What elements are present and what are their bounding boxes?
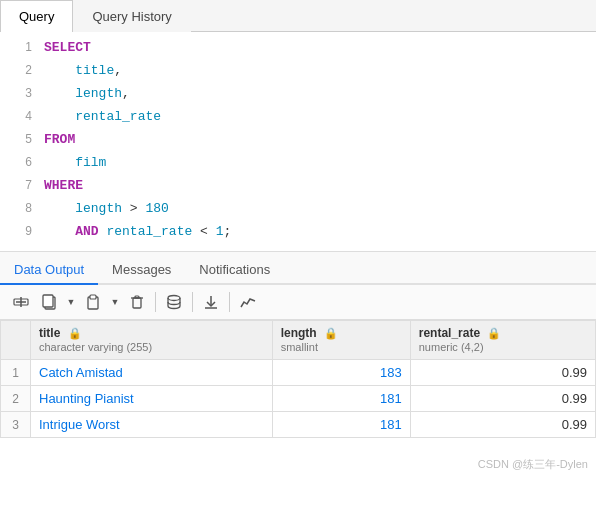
code-text: length > 180 (44, 198, 169, 220)
tab-query-history[interactable]: Query History (73, 0, 190, 32)
toolbar-separator-2 (192, 292, 193, 312)
code-line: 6 film (0, 151, 596, 174)
code-line: 5FROM (0, 128, 596, 151)
code-text: WHERE (44, 175, 83, 197)
identifier: length (75, 201, 122, 216)
table-row: 1Catch Amistad1830.99 (1, 360, 596, 386)
table-row: 2Haunting Pianist1810.99 (1, 386, 596, 412)
keyword: FROM (44, 132, 75, 147)
col-header-length: length 🔒 smallint (272, 321, 410, 360)
delete-button[interactable] (124, 289, 150, 315)
plain-text (44, 201, 75, 216)
plain-text: , (122, 86, 130, 101)
toolbar-separator-3 (229, 292, 230, 312)
identifier: rental_rate (75, 109, 161, 124)
plain-text: ; (223, 224, 231, 239)
plain-text: < (192, 224, 215, 239)
copy-button[interactable] (36, 289, 62, 315)
cell-length: 181 (272, 386, 410, 412)
data-table-wrapper: title 🔒 character varying (255) length 🔒… (0, 320, 596, 480)
code-text: length, (44, 83, 130, 105)
keyword: WHERE (44, 178, 83, 193)
line-number: 4 (8, 105, 32, 127)
plain-text (44, 63, 75, 78)
paste-button[interactable] (80, 289, 106, 315)
line-number: 2 (8, 59, 32, 81)
code-text: film (44, 152, 106, 174)
code-line: 8 length > 180 (0, 197, 596, 220)
identifier: film (75, 155, 106, 170)
lock-icon-title: 🔒 (68, 327, 82, 339)
code-editor[interactable]: 1SELECT2 title,3 length,4 rental_rate5FR… (0, 32, 596, 252)
top-tabs-container: Query Query History (0, 0, 596, 32)
line-number: 7 (8, 174, 32, 196)
row-number: 3 (1, 412, 31, 438)
db-button[interactable] (161, 289, 187, 315)
copy-dropdown[interactable]: ▼ (64, 289, 78, 315)
cell-title[interactable]: Catch Amistad (31, 360, 273, 386)
keyword: AND (75, 224, 98, 239)
tab-query[interactable]: Query (0, 0, 73, 32)
svg-point-10 (168, 296, 180, 301)
plain-text (44, 86, 75, 101)
svg-rect-6 (90, 295, 96, 299)
keyword: SELECT (44, 40, 91, 55)
code-line: 1SELECT (0, 36, 596, 59)
line-number: 3 (8, 82, 32, 104)
code-line: 9 AND rental_rate < 1; (0, 220, 596, 243)
code-line: 2 title, (0, 59, 596, 82)
row-number: 1 (1, 360, 31, 386)
tab-messages[interactable]: Messages (98, 256, 185, 285)
line-number: 8 (8, 197, 32, 219)
tab-notifications[interactable]: Notifications (185, 256, 284, 285)
code-text: FROM (44, 129, 75, 151)
code-line: 4 rental_rate (0, 105, 596, 128)
plain-text: , (114, 63, 122, 78)
svg-rect-9 (135, 296, 139, 298)
data-toolbar: ▼ ▼ (0, 285, 596, 320)
data-table: title 🔒 character varying (255) length 🔒… (0, 320, 596, 438)
line-number: 5 (8, 128, 32, 150)
table-row: 3Intrigue Worst1810.99 (1, 412, 596, 438)
bottom-tabs-container: Data Output Messages Notifications (0, 252, 596, 285)
code-line: 3 length, (0, 82, 596, 105)
col-header-rownum (1, 321, 31, 360)
code-line: 7WHERE (0, 174, 596, 197)
identifier: length (75, 86, 122, 101)
line-number: 9 (8, 220, 32, 242)
cell-title[interactable]: Intrigue Worst (31, 412, 273, 438)
add-row-button[interactable] (8, 289, 34, 315)
watermark: CSDN @练三年-Dylen (478, 457, 588, 472)
code-text: AND rental_rate < 1; (44, 221, 231, 243)
row-number: 2 (1, 386, 31, 412)
cell-title[interactable]: Haunting Pianist (31, 386, 273, 412)
svg-rect-7 (133, 298, 141, 308)
code-text: title, (44, 60, 122, 82)
lock-icon-length: 🔒 (324, 327, 338, 339)
cell-length: 181 (272, 412, 410, 438)
plain-text (44, 155, 75, 170)
toolbar-separator (155, 292, 156, 312)
identifier: title (75, 63, 114, 78)
paste-dropdown[interactable]: ▼ (108, 289, 122, 315)
graph-button[interactable] (235, 289, 261, 315)
code-text: SELECT (44, 37, 91, 59)
cell-length: 183 (272, 360, 410, 386)
identifier: rental_rate (106, 224, 192, 239)
tab-data-output[interactable]: Data Output (0, 256, 98, 285)
cell-rental-rate: 0.99 (410, 412, 595, 438)
plain-text: > (122, 201, 145, 216)
col-header-title: title 🔒 character varying (255) (31, 321, 273, 360)
cell-rental-rate: 0.99 (410, 386, 595, 412)
svg-rect-4 (43, 295, 53, 307)
plain-text (44, 109, 75, 124)
cell-rental-rate: 0.99 (410, 360, 595, 386)
line-number: 6 (8, 151, 32, 173)
download-button[interactable] (198, 289, 224, 315)
col-header-rental-rate: rental_rate 🔒 numeric (4,2) (410, 321, 595, 360)
code-text: rental_rate (44, 106, 161, 128)
plain-text (44, 224, 75, 239)
line-number: 1 (8, 36, 32, 58)
lock-icon-rental-rate: 🔒 (487, 327, 501, 339)
number: 180 (145, 201, 168, 216)
